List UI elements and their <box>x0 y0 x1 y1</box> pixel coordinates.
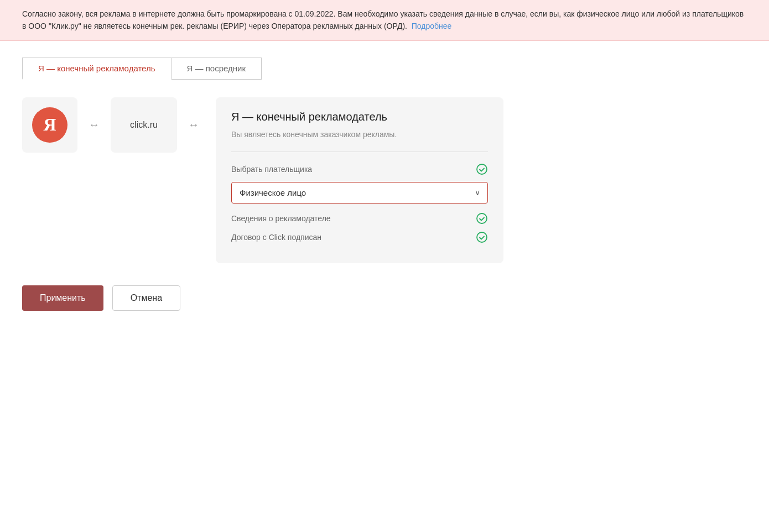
svg-point-0 <box>477 164 487 174</box>
tabs-row: Я — конечный рекламодатель Я — посредник <box>22 58 747 80</box>
arrow-connector-2: ↔ <box>177 97 210 153</box>
contract-check-icon <box>476 231 488 243</box>
svg-point-2 <box>477 232 487 242</box>
click-ru-label: click.ru <box>130 120 158 130</box>
payer-row: Выбрать плательщика <box>231 163 488 175</box>
arrow-1-icon: ↔ <box>89 118 100 131</box>
info-card-title: Я — конечный рекламодатель <box>231 111 488 123</box>
apply-button[interactable]: Применить <box>22 285 103 311</box>
yandex-logo-box: Я <box>22 97 77 153</box>
tab-intermediary[interactable]: Я — посредник <box>172 58 262 80</box>
click-ru-box: click.ru <box>111 97 177 153</box>
main-content: Я — конечный рекламодатель Я — посредник… <box>0 41 769 333</box>
tab-final-advertiser[interactable]: Я — конечный рекламодатель <box>22 58 172 80</box>
yandex-logo: Я <box>32 107 67 143</box>
contract-row: Договор с Click подписан <box>231 231 488 243</box>
flow-section: Я ↔ click.ru ↔ Я — конечный рекламодател… <box>22 97 747 263</box>
payer-select-wrapper: Физическое лицо Юридическое лицо ИП ∨ <box>231 182 488 204</box>
advertiser-check-icon <box>476 212 488 225</box>
payer-check-icon <box>476 163 488 175</box>
advertiser-row: Сведения о рекламодателе <box>231 212 488 225</box>
arrow-connector-1: ↔ <box>77 97 111 153</box>
arrow-2-icon: ↔ <box>188 118 199 131</box>
svg-point-1 <box>477 213 487 223</box>
info-banner: Согласно закону, вся реклама в интернете… <box>0 0 769 41</box>
payer-select[interactable]: Физическое лицо Юридическое лицо ИП <box>231 182 488 204</box>
cancel-button[interactable]: Отмена <box>112 285 180 311</box>
banner-link[interactable]: Подробнее <box>412 22 452 30</box>
advertiser-label: Сведения о рекламодателе <box>231 214 331 223</box>
info-card: Я — конечный рекламодатель Вы являетесь … <box>216 97 503 263</box>
card-divider <box>231 152 488 152</box>
buttons-row: Применить Отмена <box>22 285 747 311</box>
banner-text: Согласно закону, вся реклама в интернете… <box>22 9 744 30</box>
contract-label: Договор с Click подписан <box>231 233 321 242</box>
payer-label: Выбрать плательщика <box>231 165 312 174</box>
yandex-logo-letter: Я <box>43 114 56 135</box>
info-card-desc: Вы являетесь конечным заказчиком рекламы… <box>231 129 488 140</box>
